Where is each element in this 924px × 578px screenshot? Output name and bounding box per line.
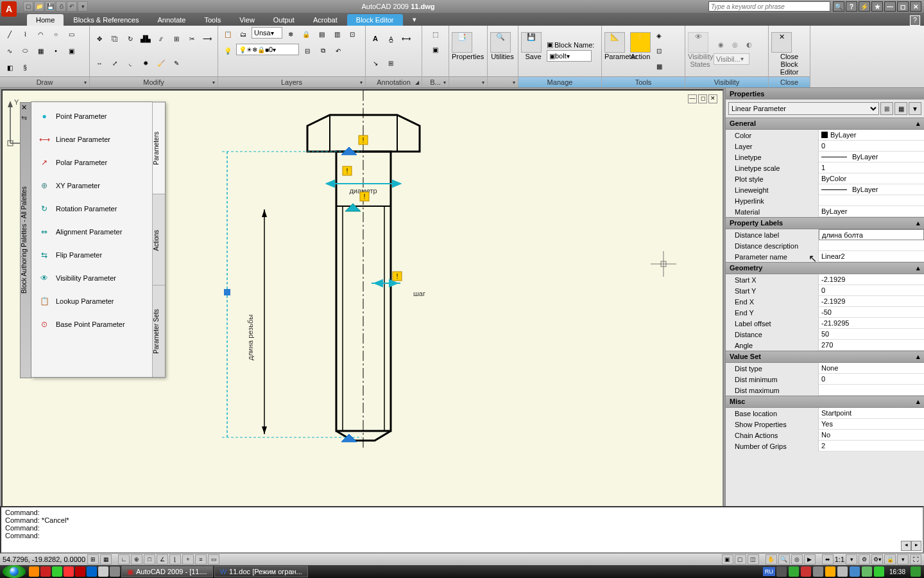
taskbar-autocad[interactable]: ▣AutoCAD 2009 - [11.... bbox=[121, 566, 213, 577]
insert-block-icon[interactable]: ⬚ bbox=[429, 27, 443, 41]
line-icon[interactable]: ╱ bbox=[3, 28, 17, 42]
annoauto-icon[interactable]: ⚙ bbox=[859, 554, 870, 565]
palette-item[interactable]: 👁Visibility Parameter bbox=[34, 267, 150, 290]
blockname-dd[interactable]: ▣ bolt ▾ bbox=[547, 50, 592, 62]
tab-view[interactable]: View bbox=[230, 14, 264, 26]
tray-icon[interactable] bbox=[801, 566, 811, 577]
panel-expand-icon[interactable]: ▾ bbox=[443, 80, 446, 85]
panel-expand-icon[interactable]: ▾ bbox=[513, 80, 515, 85]
action-button[interactable]: ⚡Action bbox=[630, 32, 651, 71]
tab-block-editor[interactable]: Block Editor bbox=[347, 14, 403, 26]
properties-button[interactable]: 📑Properties bbox=[452, 32, 476, 71]
section-valueset[interactable]: Value Set▴ bbox=[726, 351, 924, 363]
model-toggle[interactable]: ▣ bbox=[722, 554, 733, 565]
ql-icon[interactable] bbox=[40, 566, 51, 577]
rect-icon[interactable]: ▭ bbox=[64, 28, 78, 42]
annovis-icon[interactable]: ▾ bbox=[846, 554, 857, 565]
palette-tab-parameters[interactable]: Parameters bbox=[153, 102, 165, 194]
point-icon[interactable]: • bbox=[49, 44, 63, 58]
ortho-toggle[interactable]: ∟ bbox=[118, 554, 130, 565]
palette-tab-actions[interactable]: Actions bbox=[153, 194, 165, 286]
qp-toggle[interactable]: ▭ bbox=[208, 554, 219, 565]
prop-value[interactable]: No bbox=[819, 430, 924, 441]
palette-close-icon[interactable]: ✕ bbox=[21, 103, 27, 112]
palette-pin-icon[interactable]: ⮀ bbox=[21, 115, 27, 121]
tab-home[interactable]: Home bbox=[27, 14, 64, 26]
layer-filter-dd[interactable]: Unsa ▾ bbox=[252, 27, 282, 39]
palette-item[interactable]: ⇆Flip Parameter bbox=[34, 243, 150, 267]
erase-icon[interactable]: 🧹 bbox=[154, 57, 168, 71]
close-block-editor-button[interactable]: ✕Close Block Editor bbox=[771, 32, 807, 71]
ql-more-icon[interactable] bbox=[110, 566, 120, 577]
prop-value[interactable]: Yes bbox=[819, 419, 924, 430]
helix-icon[interactable]: § bbox=[18, 60, 32, 74]
ql-icon[interactable] bbox=[64, 566, 74, 577]
annoscale-icon[interactable]: ⬌ bbox=[822, 554, 834, 565]
attr-def-icon[interactable]: ◈ bbox=[652, 29, 666, 43]
prop-value[interactable]: 270 bbox=[819, 340, 924, 351]
array-icon[interactable]: ⊞ bbox=[169, 31, 184, 46]
minimize-icon[interactable]: — bbox=[884, 1, 896, 12]
layer-btn4-icon[interactable]: ▥ bbox=[330, 27, 344, 41]
open-icon[interactable]: 📁 bbox=[34, 1, 44, 12]
tab-tools[interactable]: Tools bbox=[196, 14, 230, 26]
mirror-icon[interactable]: ▟▙ bbox=[139, 31, 153, 46]
lock-ui-icon[interactable]: 🔒 bbox=[884, 554, 896, 565]
ws-switch-icon[interactable]: ⚙▾ bbox=[871, 554, 883, 565]
spline-icon[interactable]: ∿ bbox=[3, 44, 17, 58]
grip-handle[interactable] bbox=[224, 289, 230, 295]
new-icon[interactable]: ▢ bbox=[23, 1, 33, 12]
qview-icon[interactable]: ◫ bbox=[748, 554, 759, 565]
trim-icon[interactable]: ✂ bbox=[185, 31, 199, 46]
pedit-icon[interactable]: ✎ bbox=[169, 57, 184, 71]
zoom-icon[interactable]: 🔍 bbox=[778, 554, 790, 565]
prop-value[interactable]: -50 bbox=[819, 307, 924, 318]
tab-expand[interactable]: ▾ bbox=[404, 13, 425, 26]
prop-value[interactable]: None bbox=[819, 363, 924, 374]
prop-value[interactable]: длина болта bbox=[819, 229, 924, 240]
maximize-icon[interactable]: ◻ bbox=[897, 1, 909, 12]
tray-icon[interactable] bbox=[837, 566, 848, 577]
panel-expand-icon[interactable]: ▾ bbox=[360, 80, 363, 85]
create-block-icon[interactable]: ▣ bbox=[429, 42, 443, 57]
ql-icon[interactable] bbox=[75, 566, 85, 577]
tab-acrobat[interactable]: Acrobat bbox=[304, 14, 346, 26]
section-misc[interactable]: Misc▴ bbox=[726, 396, 924, 408]
close-icon[interactable]: ✕ bbox=[910, 1, 921, 12]
prop-value[interactable]: Linear2 bbox=[819, 251, 924, 262]
layer-iso-icon[interactable]: ⊟ bbox=[300, 44, 314, 58]
table-icon[interactable]: ⊞ bbox=[384, 57, 398, 71]
ql-icon[interactable] bbox=[87, 566, 97, 577]
snap-toggle[interactable]: ⊞ bbox=[87, 554, 99, 565]
scale-icon[interactable]: ⤢ bbox=[108, 57, 122, 71]
offset-icon[interactable]: ⫽ bbox=[154, 31, 168, 46]
prop-value[interactable]: 1 bbox=[819, 162, 924, 173]
prop-value[interactable]: Startpoint bbox=[819, 408, 924, 419]
palette-item[interactable]: ↗Polar Parameter bbox=[34, 151, 150, 174]
mtext-icon[interactable]: A bbox=[368, 31, 382, 46]
tray-settings-icon[interactable]: ▾ bbox=[897, 554, 909, 565]
parameter-button[interactable]: 📐Parameter bbox=[604, 32, 629, 71]
tray-icon[interactable] bbox=[813, 566, 823, 577]
save-icon[interactable]: 💾 bbox=[45, 1, 55, 12]
taskbar-word[interactable]: W11.doc [Режим огран... bbox=[214, 566, 308, 577]
prop-value[interactable]: ByLayer bbox=[819, 206, 924, 217]
clock[interactable]: 16:38 bbox=[886, 568, 909, 575]
clean-screen-icon[interactable]: ⛶ bbox=[910, 554, 921, 565]
tab-output[interactable]: Output bbox=[264, 14, 304, 26]
palette-item[interactable]: ⊕XY Parameter bbox=[34, 174, 150, 197]
search-icon[interactable]: 🔍 bbox=[833, 1, 844, 12]
qat-more-icon[interactable]: ▾ bbox=[78, 1, 88, 12]
prop-value[interactable]: -21.9295 bbox=[819, 318, 924, 329]
prop-value[interactable]: -2.1929 bbox=[819, 296, 924, 307]
palette-item[interactable]: ●Point Parameter bbox=[34, 105, 150, 128]
copy-icon[interactable]: ⿻ bbox=[108, 31, 122, 46]
section-geometry[interactable]: Geometry▴ bbox=[726, 262, 924, 274]
scroll-right-icon[interactable]: ▸ bbox=[911, 541, 921, 551]
param-grip-icon[interactable] bbox=[345, 204, 361, 211]
prop-value[interactable]: ByLayer bbox=[819, 152, 924, 162]
panel-expand-icon[interactable]: ◢ bbox=[415, 80, 419, 85]
panel-expand-icon[interactable]: ▾ bbox=[84, 80, 87, 85]
panel-expand-icon[interactable]: ▾ bbox=[212, 80, 215, 85]
layer-prev-icon[interactable]: ↶ bbox=[331, 44, 345, 58]
